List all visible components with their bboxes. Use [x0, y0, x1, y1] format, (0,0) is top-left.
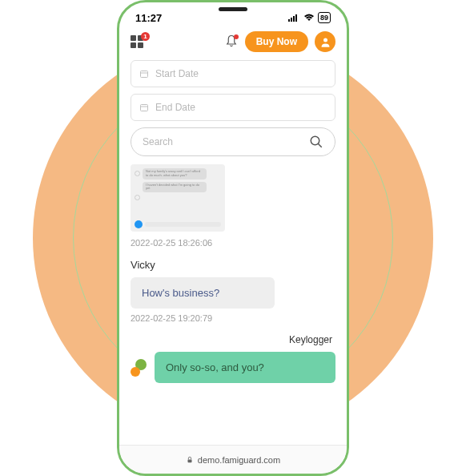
sender-name: Vicky [131, 259, 335, 271]
phone-frame: 11:27 89 1 Buy Now [117, 0, 349, 476]
incoming-timestamp: 2022-02-25 19:20:79 [131, 313, 335, 323]
notifications-button[interactable] [224, 34, 239, 49]
phone-notch [193, 2, 273, 18]
signal-icon [288, 14, 300, 22]
notification-badge: 1 [141, 32, 150, 41]
search-icon [309, 135, 323, 149]
buy-now-button[interactable]: Buy Now [245, 31, 308, 52]
start-date-input[interactable]: Start Date [131, 60, 335, 87]
browser-address-bar[interactable]: demo.famiguard.com [119, 445, 347, 474]
wifi-icon [303, 14, 315, 22]
profile-button[interactable] [315, 31, 335, 52]
svg-rect-0 [288, 19, 290, 22]
bell-dot [234, 34, 239, 39]
search-input[interactable]: Search [131, 127, 335, 156]
svg-rect-11 [187, 459, 191, 462]
app-icon [131, 359, 148, 377]
status-time: 11:27 [135, 12, 162, 24]
svg-point-4 [323, 38, 327, 42]
battery-icon: 89 [318, 12, 331, 23]
incoming-message: How's business? [131, 277, 275, 309]
svg-rect-5 [141, 71, 148, 78]
svg-rect-1 [291, 18, 292, 22]
svg-point-9 [311, 136, 319, 145]
svg-line-10 [318, 143, 322, 147]
screenshot-timestamp: 2022-02-25 18:26:06 [131, 238, 335, 248]
svg-rect-7 [141, 105, 148, 111]
content-area: Start Date End Date Search Not my family… [119, 60, 347, 383]
outgoing-row: Only so-so, and you? [131, 352, 335, 383]
outgoing-message: Only so-so, and you? [155, 352, 335, 383]
calendar-icon [139, 69, 149, 79]
user-icon [319, 36, 331, 48]
end-date-input[interactable]: End Date [131, 94, 335, 121]
lock-icon [186, 456, 194, 464]
app-header: 1 Buy Now [119, 26, 347, 60]
screenshot-thumbnail[interactable]: Not my family's away and I can't afford … [131, 164, 225, 232]
browser-domain: demo.famiguard.com [198, 455, 280, 465]
keylogger-label: Keylogger [131, 334, 332, 345]
menu-button[interactable]: 1 [131, 35, 143, 48]
svg-rect-3 [295, 14, 297, 22]
svg-rect-2 [293, 16, 295, 22]
calendar-icon [139, 103, 149, 112]
